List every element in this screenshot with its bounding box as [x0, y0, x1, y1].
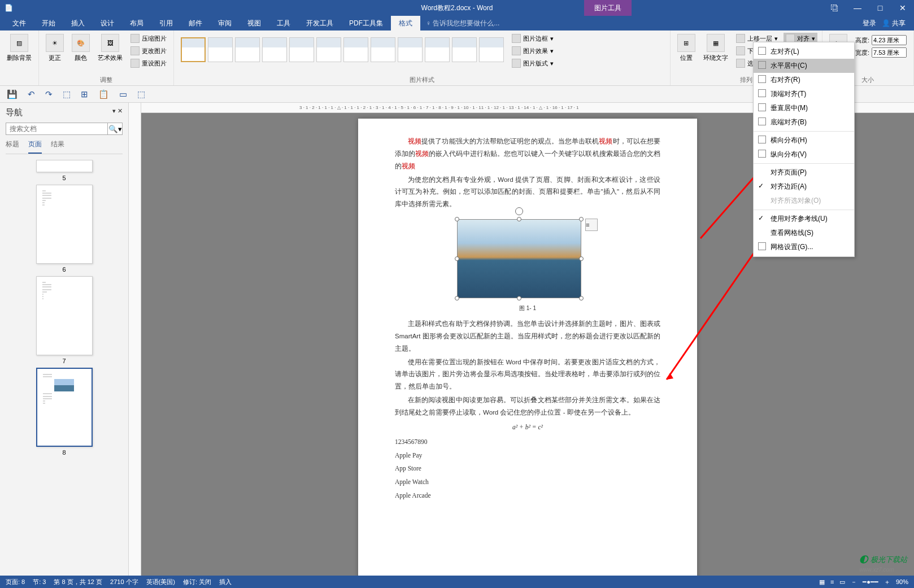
- text-line[interactable]: Apple Arcade: [395, 490, 660, 502]
- status-page[interactable]: 页面: 8: [6, 578, 25, 586]
- tab-tools[interactable]: 工具: [269, 16, 298, 31]
- align-menu-item[interactable]: ✓对齐边距(A): [754, 180, 854, 194]
- style-thumb[interactable]: [289, 37, 314, 62]
- zoom-level[interactable]: 90%: [896, 578, 908, 585]
- align-menu-item[interactable]: 垂直居中(M): [754, 101, 854, 115]
- status-words[interactable]: 2710 个字: [110, 578, 138, 586]
- text-line[interactable]: 1234567890: [395, 436, 660, 448]
- close-icon[interactable]: ✕: [891, 3, 914, 12]
- qat-icon[interactable]: ▭: [119, 89, 127, 99]
- qat-icon[interactable]: ⊞: [81, 89, 88, 99]
- tell-me-input[interactable]: ♀ 告诉我您想要做什么...: [426, 19, 499, 28]
- status-track[interactable]: 修订: 关闭: [183, 578, 211, 586]
- align-menu-item[interactable]: 右对齐(R): [754, 73, 854, 87]
- status-insert[interactable]: 插入: [219, 578, 232, 586]
- login-link[interactable]: 登录: [863, 19, 876, 28]
- color-button[interactable]: 🎨颜色: [69, 33, 92, 63]
- picture-effects-button[interactable]: 图片效果 ▾: [510, 45, 556, 56]
- align-menu-item[interactable]: 横向分布(H): [754, 133, 854, 147]
- ribbon-options-icon[interactable]: ⿻: [824, 3, 846, 12]
- nav-tab-headings[interactable]: 标题: [6, 140, 19, 154]
- zoom-in-icon[interactable]: ＋: [884, 578, 890, 586]
- style-thumb[interactable]: [371, 37, 395, 62]
- reset-picture-button[interactable]: 重设图片: [128, 58, 169, 69]
- view-icon[interactable]: ▭: [839, 578, 845, 586]
- text-line[interactable]: App Store: [395, 463, 660, 475]
- align-menu-item[interactable]: 底端对齐(B): [754, 115, 854, 129]
- tab-format[interactable]: 格式: [391, 16, 420, 31]
- change-picture-button[interactable]: 更改图片: [128, 45, 169, 56]
- view-icon[interactable]: ▦: [819, 578, 825, 586]
- resize-handle[interactable]: [579, 256, 584, 261]
- undo-icon[interactable]: ↶: [28, 89, 35, 99]
- resize-handle[interactable]: [579, 217, 584, 221]
- tab-file[interactable]: 文件: [5, 16, 34, 31]
- search-button[interactable]: 🔍▾: [108, 123, 123, 135]
- resize-handle[interactable]: [579, 296, 584, 300]
- qat-icon[interactable]: ⬚: [137, 89, 145, 99]
- align-menu-item[interactable]: 顶端对齐(T): [754, 87, 854, 101]
- compress-button[interactable]: 压缩图片: [128, 33, 169, 44]
- style-thumb[interactable]: [343, 37, 368, 62]
- share-button[interactable]: 👤 共享: [882, 19, 906, 28]
- save-icon[interactable]: 💾: [7, 89, 18, 99]
- style-thumb[interactable]: [425, 37, 450, 62]
- page-thumb-8[interactable]: ━━━━━━━━━━━━━━━━━━━━━━━━━━━━━━━━━━━━━━━━…: [36, 368, 93, 447]
- view-icon[interactable]: ≡: [830, 578, 834, 585]
- align-menu-item[interactable]: 对齐页面(P): [754, 165, 854, 180]
- resize-handle[interactable]: [455, 296, 459, 300]
- remove-background-button[interactable]: ▨ 删除背景: [5, 33, 34, 63]
- style-thumb[interactable]: [181, 37, 206, 62]
- style-thumb[interactable]: [208, 37, 233, 62]
- resize-handle[interactable]: [455, 256, 459, 261]
- corrections-button[interactable]: ☀更正: [43, 33, 66, 63]
- artistic-button[interactable]: 🖼艺术效果: [95, 33, 125, 63]
- wrap-text-button[interactable]: ▦环绕文字: [701, 33, 730, 63]
- tab-mailings[interactable]: 邮件: [181, 16, 210, 31]
- text-line[interactable]: Apple Watch: [395, 476, 660, 489]
- picture-border-button[interactable]: 图片边框 ▾: [510, 33, 556, 44]
- formula[interactable]: a² + b² = c²: [395, 421, 660, 434]
- resize-handle[interactable]: [517, 217, 521, 221]
- zoom-out-icon[interactable]: －: [851, 578, 857, 586]
- resize-handle[interactable]: [517, 296, 521, 300]
- nav-tab-results[interactable]: 结果: [51, 140, 64, 154]
- tab-design[interactable]: 设计: [93, 16, 122, 31]
- minimize-icon[interactable]: —: [846, 3, 869, 12]
- nav-tab-pages[interactable]: 页面: [28, 140, 42, 154]
- style-thumb[interactable]: [235, 37, 260, 62]
- image-caption[interactable]: 图 1- 1: [395, 303, 660, 313]
- zoom-slider[interactable]: ━●━━: [863, 578, 878, 586]
- tab-view[interactable]: 视图: [240, 16, 269, 31]
- text-line[interactable]: Apple Pay: [395, 450, 660, 462]
- paragraph[interactable]: 使用在需要位置出现的新按钮在 Word 中保存时间。若要更改图片适应文档的方式，…: [395, 356, 660, 394]
- selected-image[interactable]: ≡: [457, 219, 581, 298]
- style-thumb[interactable]: [452, 37, 477, 62]
- tab-home[interactable]: 开始: [34, 16, 63, 31]
- status-section[interactable]: 节: 3: [33, 578, 46, 586]
- align-menu-item[interactable]: 查看网格线(S): [754, 226, 854, 240]
- align-menu-item[interactable]: ✓使用对齐参考线(U): [754, 212, 854, 226]
- picture-layout-button[interactable]: 图片版式 ▾: [510, 58, 556, 69]
- tab-pdf[interactable]: PDF工具集: [341, 16, 391, 31]
- maximize-icon[interactable]: □: [869, 3, 891, 12]
- align-menu-item[interactable]: 网格设置(G)...: [754, 240, 854, 254]
- paragraph[interactable]: 主题和样式也有助于文档保持协调。当您单击设计并选择新的主题时，图片、图表或 Sm…: [395, 318, 660, 355]
- page-thumb-6[interactable]: ━━━━━━━━━━━━━━━━━━━━━━━━━━━━━━━━━━: [36, 185, 93, 264]
- paragraph[interactable]: 视频提供了功能强大的方法帮助您证明您的观点。当您单击联机视频时，可以在想要添加的…: [395, 136, 660, 173]
- tab-developer[interactable]: 开发工具: [298, 16, 341, 31]
- tab-layout[interactable]: 布局: [122, 16, 151, 31]
- page-thumb-7[interactable]: ━━━━━━━━━━━━━━━━━━━━━━━━━━━━━━━━━━: [36, 276, 93, 355]
- paragraph[interactable]: 为使您的文档具有专业外观，Word 提供了页眉、页脚、封面和文本框设计，这些设计…: [395, 174, 660, 211]
- style-thumb[interactable]: [262, 37, 287, 62]
- nav-close-icon[interactable]: ▾ ✕: [112, 107, 123, 118]
- style-thumb[interactable]: [479, 37, 504, 62]
- qat-icon[interactable]: 📋: [98, 89, 109, 99]
- picture-styles-gallery[interactable]: [179, 33, 506, 67]
- rotate-handle[interactable]: [515, 207, 523, 215]
- tab-review[interactable]: 审阅: [210, 16, 240, 31]
- height-input[interactable]: [872, 35, 907, 45]
- align-menu-item[interactable]: 水平居中(C): [754, 59, 854, 73]
- align-menu-item[interactable]: 左对齐(L): [754, 45, 854, 59]
- qat-icon[interactable]: ⬚: [63, 89, 71, 99]
